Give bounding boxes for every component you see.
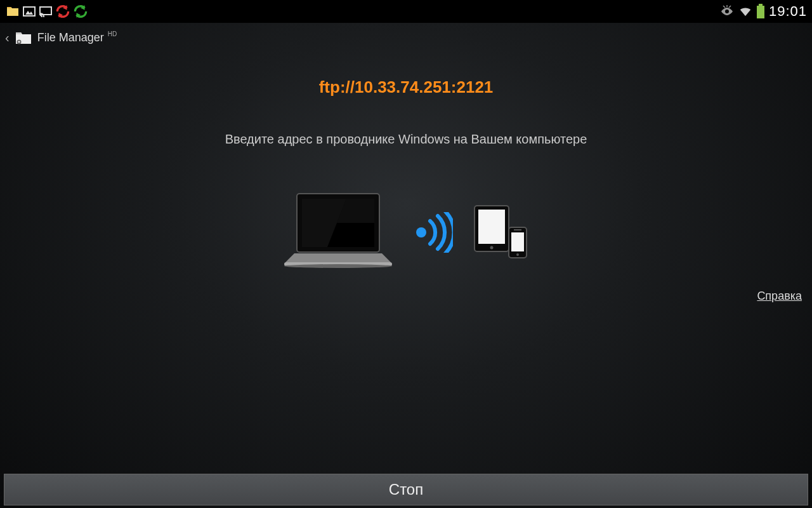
status-right: 19:01 (719, 3, 807, 20)
app-bar[interactable]: ‹ File Manager HD (0, 23, 812, 52)
svg-point-23 (490, 246, 494, 250)
status-left (5, 3, 89, 20)
app-title-wrap: File Manager HD (37, 31, 117, 44)
svg-point-19 (284, 264, 392, 268)
laptop-icon (283, 191, 393, 274)
svg-rect-22 (478, 210, 505, 244)
svg-rect-10 (757, 6, 764, 18)
eye-icon (719, 4, 735, 19)
svg-rect-25 (511, 232, 524, 251)
help-link[interactable]: Справка (757, 290, 802, 303)
main-content: ftp://10.33.74.251:2121 Введите адрес в … (0, 52, 812, 274)
cast-notification-icon (38, 4, 53, 19)
svg-line-7 (723, 6, 725, 8)
stop-button[interactable]: Стоп (4, 474, 808, 505)
wifi-signal-icon (412, 212, 453, 253)
mobile-devices-icon (472, 201, 529, 264)
sync-red-icon (55, 3, 71, 20)
back-chevron-icon[interactable]: ‹ (5, 30, 10, 45)
battery-icon (756, 4, 765, 19)
status-bar: 19:01 (0, 0, 812, 23)
devices-illustration (283, 191, 529, 274)
svg-marker-17 (285, 253, 391, 262)
app-hd-badge: HD (108, 30, 117, 37)
app-title: File Manager (37, 31, 104, 44)
svg-rect-11 (759, 4, 763, 6)
folder-notification-icon (5, 4, 20, 19)
ftp-address: ftp://10.33.74.251:2121 (319, 77, 494, 97)
svg-marker-1 (25, 11, 33, 15)
wifi-status-icon (738, 4, 752, 18)
app-folder-icon (15, 30, 32, 45)
svg-point-20 (416, 227, 426, 237)
svg-rect-27 (514, 229, 521, 231)
svg-point-26 (516, 253, 519, 256)
clock-time: 19:01 (769, 3, 807, 20)
sync-green-icon (72, 3, 89, 20)
svg-line-9 (729, 6, 731, 8)
instruction-text: Введите адрес в проводнике Windows на Ва… (225, 132, 587, 147)
image-notification-icon (22, 4, 37, 19)
